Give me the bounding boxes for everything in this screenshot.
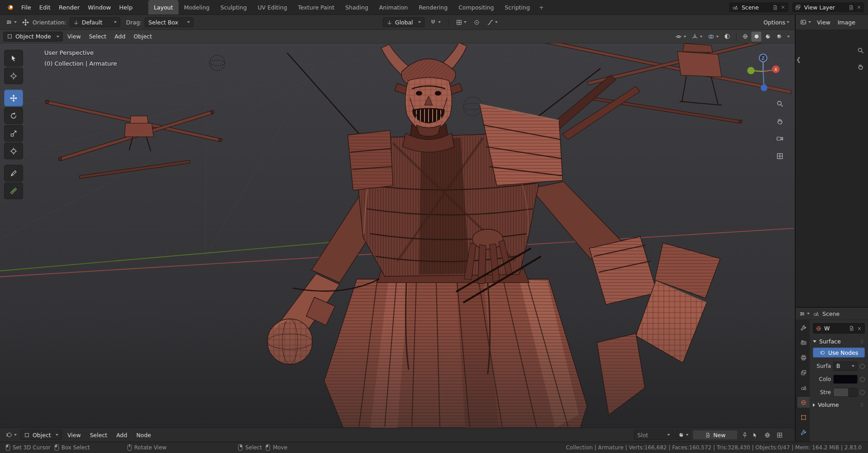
tab-uv-editing[interactable]: UV Editing	[252, 0, 292, 14]
new-scene-icon[interactable]	[772, 5, 778, 10]
color-swatch[interactable]	[833, 375, 858, 384]
shader-menu-select[interactable]: Select	[86, 432, 111, 439]
shader-editor-type-button[interactable]	[4, 429, 19, 440]
properties-editor-type-button[interactable]	[799, 308, 810, 319]
zoom-control[interactable]	[775, 99, 785, 109]
tool-transform[interactable]	[4, 143, 23, 159]
shader-type-dropdown[interactable]: Object	[20, 430, 62, 440]
shader-menu-node[interactable]: Node	[132, 432, 155, 439]
snap-target-button[interactable]	[454, 17, 468, 28]
viewport-menu-add[interactable]: Add	[111, 33, 129, 40]
drag-dropdown[interactable]: Select Box	[145, 17, 193, 27]
tab-animation[interactable]: Animation	[374, 0, 414, 14]
tab-rendering[interactable]: Rendering	[413, 0, 453, 14]
shading-rendered-button[interactable]	[774, 32, 784, 42]
world-datablock-selector[interactable]: W	[813, 323, 865, 334]
proportional-falloff-button[interactable]	[485, 17, 500, 28]
image-menu-image[interactable]: Image	[835, 19, 859, 26]
object-visibility-button[interactable]	[673, 31, 688, 42]
image-editor-type-button[interactable]	[798, 17, 813, 28]
overlays-toggle[interactable]	[706, 31, 721, 42]
menu-help[interactable]: Help	[115, 0, 137, 14]
viewport-menu-view[interactable]: View	[64, 33, 85, 40]
proportional-editing-toggle[interactable]	[472, 17, 482, 28]
tool-settings-editor-button[interactable]	[4, 17, 19, 28]
gizmo-neg-z-axis[interactable]	[761, 85, 768, 91]
tool-cursor[interactable]	[4, 67, 23, 84]
tab-layout[interactable]: Layout	[148, 0, 179, 14]
properties-tab-view-layer[interactable]	[797, 367, 810, 378]
tool-annotate[interactable]	[4, 165, 23, 181]
tab-texture-paint[interactable]: Texture Paint	[292, 0, 340, 14]
properties-tab-output[interactable]	[797, 352, 810, 363]
new-world-icon[interactable]	[849, 325, 854, 331]
world-space-icon[interactable]	[764, 432, 771, 439]
scene-selector[interactable]: Scene	[729, 2, 788, 12]
strength-animate-decorator[interactable]	[860, 390, 865, 395]
blender-logo-icon[interactable]	[3, 0, 17, 14]
viewport-canvas[interactable]	[0, 43, 795, 428]
panel-grip-icon[interactable]	[859, 339, 865, 344]
tool-move[interactable]	[4, 90, 23, 106]
camera-view-control[interactable]	[775, 134, 785, 143]
tool-rotate[interactable]	[4, 107, 23, 124]
viewport-menu-object[interactable]: Object	[130, 33, 156, 40]
properties-tab-scene[interactable]	[797, 382, 810, 393]
unlink-world-icon[interactable]	[857, 326, 862, 331]
properties-tab-render[interactable]	[797, 337, 810, 348]
image-menu-view[interactable]: View	[814, 19, 834, 26]
region-collapse-arrow[interactable]: ❮	[796, 56, 801, 63]
tab-scripting[interactable]: Scripting	[500, 0, 536, 14]
xray-toggle[interactable]	[722, 31, 732, 42]
snapping-toggle[interactable]	[428, 17, 443, 28]
options-button[interactable]: Options	[762, 17, 791, 28]
tab-modeling[interactable]: Modeling	[179, 0, 215, 14]
tab-compositing[interactable]: Compositing	[453, 0, 499, 14]
menu-file[interactable]: File	[17, 0, 35, 14]
viewport-menu-select[interactable]: Select	[85, 33, 110, 40]
color-animate-decorator[interactable]	[860, 377, 865, 382]
orientation-dropdown[interactable]: Default	[70, 17, 120, 27]
tool-measure[interactable]	[4, 182, 23, 199]
shading-solid-button[interactable]	[751, 32, 761, 42]
browse-material-button[interactable]	[675, 430, 691, 440]
image-zoom-control[interactable]	[855, 45, 865, 55]
tool-select-box[interactable]	[4, 50, 23, 67]
ortho-toggle-control[interactable]	[775, 151, 785, 161]
properties-tab-modifiers[interactable]	[797, 427, 810, 438]
surface-section-header[interactable]: Surface	[813, 338, 865, 345]
unlink-scene-icon[interactable]	[780, 5, 786, 10]
properties-tab-tool[interactable]	[797, 322, 810, 333]
image-editor-body[interactable]: ❮	[796, 30, 868, 307]
new-material-button[interactable]: New	[693, 430, 738, 440]
image-pan-control[interactable]	[855, 62, 865, 72]
add-workspace-button[interactable]: +	[535, 0, 547, 14]
material-slot-dropdown[interactable]: Slot	[634, 430, 674, 440]
remove-view-layer-icon[interactable]	[856, 5, 862, 10]
cursor-snap-icon[interactable]	[752, 432, 759, 439]
new-view-layer-icon[interactable]	[848, 5, 854, 10]
tab-shading[interactable]: Shading	[340, 0, 374, 14]
view-layer-selector[interactable]: View Layer	[792, 2, 865, 12]
properties-tab-world[interactable]	[797, 397, 810, 408]
viewport-3d[interactable]: User Perspective (0) Collection | Armatu…	[0, 43, 795, 428]
surface-animate-decorator[interactable]	[860, 364, 865, 369]
pan-control[interactable]	[775, 116, 785, 126]
surface-shader-dropdown[interactable]: B	[833, 362, 858, 371]
shading-material-button[interactable]	[763, 32, 773, 42]
tab-sculpting[interactable]: Sculpting	[215, 0, 252, 14]
menu-window[interactable]: Window	[84, 0, 115, 14]
menu-edit[interactable]: Edit	[35, 0, 55, 14]
use-nodes-button[interactable]: Use Nodes	[813, 348, 865, 358]
mode-dropdown[interactable]: Object Mode	[3, 32, 63, 42]
snap-grid-icon[interactable]	[776, 432, 783, 439]
strength-slider[interactable]	[833, 388, 858, 397]
navigation-gizmo[interactable]: Z X	[745, 52, 781, 92]
shading-wireframe-button[interactable]	[740, 32, 750, 42]
properties-tab-object[interactable]	[797, 412, 810, 423]
shader-menu-add[interactable]: Add	[113, 432, 131, 439]
shader-menu-view[interactable]: View	[64, 432, 85, 439]
transform-orientation-dropdown[interactable]: Global	[383, 17, 425, 27]
pin-button[interactable]	[740, 429, 750, 440]
volume-section-header[interactable]: Volume	[813, 401, 865, 408]
